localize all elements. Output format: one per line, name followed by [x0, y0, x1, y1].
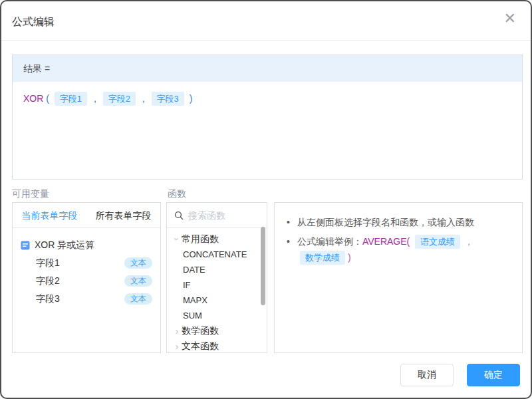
cancel-button[interactable]: 取消: [400, 364, 454, 386]
search-icon: [174, 211, 184, 220]
help-panel: • 从左侧面板选择字段名和函数，或输入函数 • 公式编辑举例：AVERAGE( …: [274, 202, 523, 353]
scrollbar-thumb[interactable]: [261, 227, 265, 305]
help-tip-example: • 公式编辑举例：AVERAGE( 语文成绩，数学成绩): [287, 233, 510, 265]
example-close-paren: ): [348, 252, 351, 263]
help-tip: • 从左侧面板选择字段名和函数，或输入函数: [287, 214, 510, 230]
dialog-title: 公式编辑: [12, 15, 55, 29]
field-type-badge: 文本: [124, 257, 152, 269]
variables-section-label: 可用变量: [12, 188, 49, 200]
function-group-math[interactable]: › 数学函数: [172, 323, 267, 338]
group-label: 数学函数: [182, 325, 219, 337]
function-search: [167, 203, 267, 228]
field-item[interactable]: 字段1 文本: [21, 254, 152, 272]
variables-tabs: 当前表单字段 所有表单字段: [13, 203, 160, 228]
chevron-right-icon: ›: [172, 325, 182, 336]
chevron-right-icon: ›: [172, 340, 182, 352]
formula-edit-dialog: 公式编辑 ✕ 结果 = XOR ( 字段1 , 字段2 , 字段3 ) 可用变量…: [0, 0, 532, 399]
formula-editor: 结果 = XOR ( 字段1 , 字段2 , 字段3 ): [12, 55, 523, 180]
example-prefix: 公式编辑举例：: [297, 236, 362, 247]
close-icon[interactable]: ✕: [504, 11, 516, 26]
variables-panel: 当前表单字段 所有表单字段 XOR 异或运算 字段1 文本 字段2 文本: [12, 202, 161, 353]
function-item[interactable]: DATE: [172, 262, 267, 277]
variables-tree: XOR 异或运算 字段1 文本 字段2 文本 字段3 文本: [13, 228, 160, 308]
search-input[interactable]: [188, 210, 255, 221]
field-name: 字段3: [36, 293, 60, 305]
group-label: 文本函数: [182, 340, 219, 352]
field-type-badge: 文本: [124, 293, 152, 305]
formula-field-tag[interactable]: 字段2: [103, 92, 136, 106]
function-item[interactable]: SUM: [172, 308, 267, 323]
comma-separator: ,: [94, 93, 96, 104]
result-label: 结果 =: [13, 55, 522, 82]
comma-separator: ,: [142, 93, 145, 104]
function-item[interactable]: IF: [172, 277, 267, 293]
tree-root-item[interactable]: XOR 异或运算: [21, 236, 152, 254]
tab-current-form-fields[interactable]: 当前表单字段: [13, 203, 86, 227]
close-paren: ): [190, 93, 193, 104]
function-group-text[interactable]: › 文本函数: [172, 338, 267, 353]
chevron-down-icon: ›: [172, 235, 183, 244]
functions-panel: › 常用函数 CONCATENATE DATE IF MAPX SUM › 数学…: [166, 202, 267, 353]
function-item[interactable]: MAPX: [172, 293, 267, 308]
tree-root-label: XOR 异或运算: [35, 239, 94, 251]
example-function-name: AVERAGE(: [362, 236, 410, 247]
formula-field-tag[interactable]: 字段1: [55, 92, 87, 106]
help-tip-text: 从左侧面板选择字段名和函数，或输入函数: [297, 214, 474, 230]
formula-field-tag[interactable]: 字段3: [152, 92, 184, 106]
open-paren: (: [46, 93, 49, 104]
dialog-header: 公式编辑 ✕: [1, 1, 531, 41]
formula-function-name: XOR: [23, 93, 43, 104]
example-comma: ，: [464, 236, 473, 247]
tab-all-form-fields[interactable]: 所有表单字段: [86, 203, 160, 227]
bullet-icon: •: [287, 214, 290, 230]
function-list: › 常用函数 CONCATENATE DATE IF MAPX SUM › 数学…: [167, 228, 267, 353]
field-item[interactable]: 字段2 文本: [21, 272, 152, 290]
function-item[interactable]: CONCATENATE: [172, 247, 267, 262]
field-name: 字段2: [36, 275, 60, 287]
formula-input-area[interactable]: XOR ( 字段1 , 字段2 , 字段3 ): [13, 82, 522, 115]
function-group-common[interactable]: › 常用函数: [172, 231, 267, 247]
form-icon: [21, 241, 30, 250]
field-item[interactable]: 字段3 文本: [21, 290, 152, 308]
field-name: 字段1: [36, 257, 60, 269]
group-label: 常用函数: [182, 233, 219, 245]
help-example-text: 公式编辑举例：AVERAGE( 语文成绩，数学成绩): [297, 233, 510, 265]
functions-section-label: 函数: [168, 188, 186, 200]
bullet-icon: •: [287, 233, 290, 265]
example-field-tag: 语文成绩: [415, 235, 460, 249]
confirm-button[interactable]: 确定: [467, 364, 520, 386]
field-type-badge: 文本: [124, 275, 152, 287]
example-field-tag: 数学成绩: [300, 251, 345, 265]
